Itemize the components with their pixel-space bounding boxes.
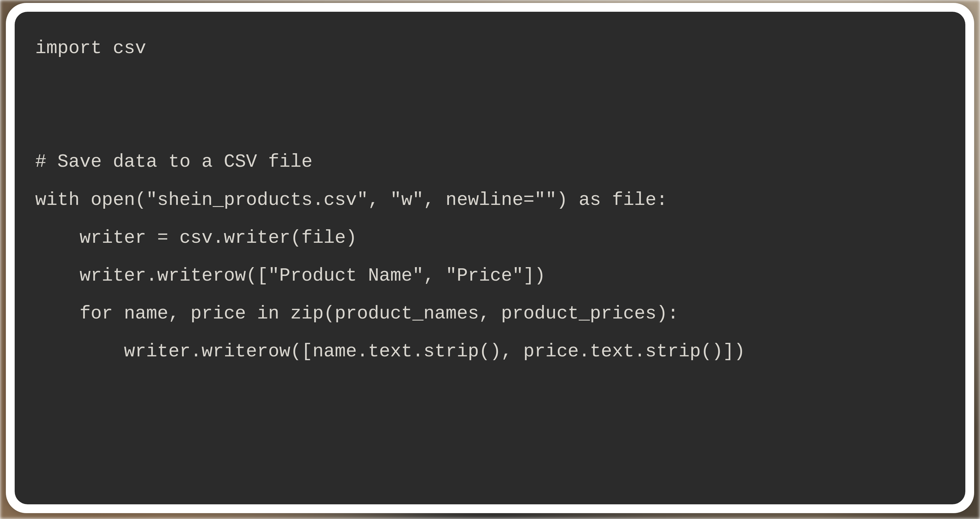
code-panel-wrapper: import csv # Save data to a CSV file wit… bbox=[6, 3, 974, 513]
code-block[interactable]: import csv # Save data to a CSV file wit… bbox=[35, 29, 945, 371]
code-panel: import csv # Save data to a CSV file wit… bbox=[15, 12, 965, 504]
code-panel-border: import csv # Save data to a CSV file wit… bbox=[6, 3, 974, 513]
